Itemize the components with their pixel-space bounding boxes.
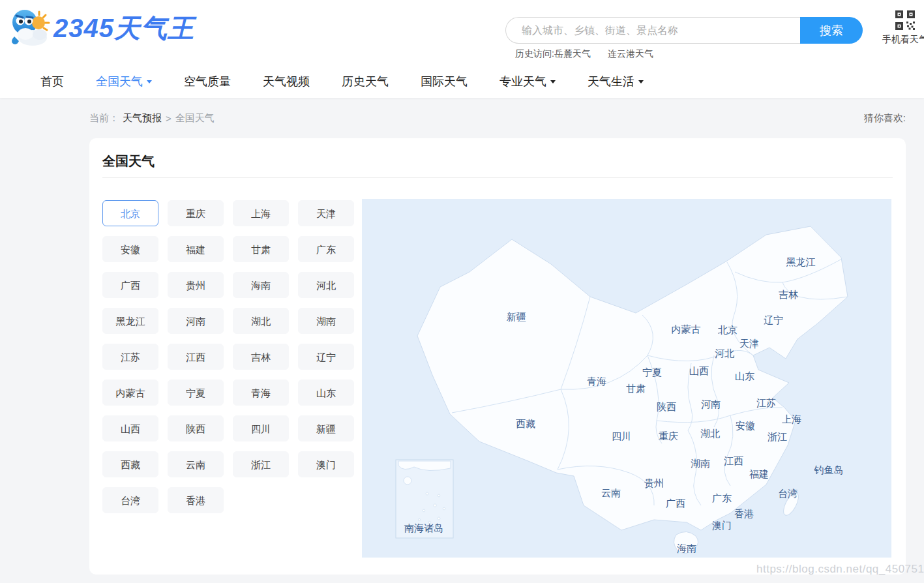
nav-item-pro-weather[interactable]: 专业天气 [499, 74, 556, 89]
province-button[interactable]: 山东 [298, 380, 354, 406]
province-button[interactable]: 台湾 [102, 487, 158, 513]
nav-item-label: 专业天气 [499, 74, 546, 89]
map-label[interactable]: 台湾 [778, 488, 797, 500]
province-button[interactable]: 湖北 [233, 308, 289, 334]
province-button[interactable]: 河南 [168, 308, 224, 334]
province-button[interactable]: 天津 [298, 200, 354, 226]
mascot-weather-icon [9, 7, 51, 50]
province-button[interactable]: 香港 [168, 487, 224, 513]
site-logo[interactable]: 2345天气王 [9, 7, 194, 50]
province-button[interactable]: 湖南 [298, 308, 354, 334]
province-button[interactable]: 青海 [233, 380, 289, 406]
nav-item-history-weather[interactable]: 历史天气 [342, 74, 389, 89]
map-label[interactable]: 山西 [689, 365, 709, 378]
province-button[interactable]: 上海 [233, 200, 289, 226]
nav-item-home[interactable]: 首页 [40, 74, 64, 89]
china-map[interactable]: 新疆西藏青海内蒙古黑龙江吉林辽宁北京天津河北山西山东宁夏甘肃陕西河南江苏上海安徽… [362, 199, 891, 558]
province-button[interactable]: 山西 [102, 415, 158, 441]
nav-item-air-quality[interactable]: 空气质量 [184, 74, 231, 89]
map-label[interactable]: 浙江 [768, 431, 787, 443]
map-label[interactable]: 江苏 [756, 397, 776, 410]
breadcrumb-link-forecast[interactable]: 天气预报 [123, 112, 162, 125]
map-label[interactable]: 江西 [724, 455, 743, 468]
nav-item-label: 全国天气 [96, 74, 143, 89]
nav-item-weather-life[interactable]: 天气生活 [588, 74, 644, 89]
nav-item-intl-weather[interactable]: 国际天气 [421, 74, 468, 89]
map-label[interactable]: 云南 [601, 487, 621, 500]
province-button[interactable]: 云南 [168, 451, 224, 477]
logo-text: 2345天气王 [53, 10, 194, 46]
map-label[interactable]: 黑龙江 [786, 256, 816, 269]
map-label[interactable]: 贵州 [644, 477, 664, 490]
map-label[interactable]: 宁夏 [642, 366, 662, 379]
chevron-down-icon [550, 80, 556, 86]
nav-item-weather-video[interactable]: 天气视频 [263, 74, 310, 89]
map-label[interactable]: 天津 [739, 338, 759, 350]
province-button[interactable]: 宁夏 [168, 380, 224, 406]
mobile-weather-qr[interactable]: 手机看天气 [879, 10, 924, 46]
map-label[interactable]: 湖北 [700, 428, 720, 440]
province-button[interactable]: 辽宁 [298, 344, 354, 370]
province-button[interactable]: 广西 [102, 272, 158, 298]
map-label[interactable]: 湖南 [691, 458, 710, 470]
map-label[interactable]: 内蒙古 [672, 323, 701, 336]
province-button[interactable]: 贵州 [168, 272, 224, 298]
province-button[interactable]: 澳门 [298, 451, 354, 477]
map-label[interactable]: 河北 [715, 348, 734, 360]
province-button[interactable]: 浙江 [233, 451, 289, 477]
china-weather-card: 全国天气 北京重庆上海天津安徽福建甘肃广东广西贵州海南河北黑龙江河南湖北湖南江苏… [89, 138, 906, 575]
province-button[interactable]: 河北 [298, 272, 354, 298]
nav-item-label: 空气质量 [184, 74, 231, 89]
map-label[interactable]: 新疆 [507, 311, 526, 323]
map-label[interactable]: 广东 [712, 492, 732, 505]
nav-item-label: 首页 [40, 74, 64, 89]
map-label[interactable]: 甘肃 [626, 383, 646, 395]
map-label[interactable]: 广西 [666, 498, 685, 510]
map-label[interactable]: 福建 [749, 468, 769, 481]
map-label[interactable]: 南海诸岛 [404, 522, 443, 535]
province-button[interactable]: 陕西 [168, 415, 224, 441]
breadcrumb-row: 当前： 天气预报 > 全国天气 猜你喜欢: [89, 112, 906, 125]
card-divider [102, 177, 893, 178]
map-label[interactable]: 安徽 [736, 420, 755, 432]
map-label[interactable]: 辽宁 [764, 314, 783, 327]
search-input[interactable] [505, 17, 800, 44]
map-label[interactable]: 山东 [735, 370, 754, 383]
province-button[interactable]: 四川 [233, 415, 289, 441]
map-label[interactable]: 香港 [734, 508, 754, 520]
search-button[interactable]: 搜索 [800, 17, 863, 44]
province-button[interactable]: 新疆 [298, 415, 354, 441]
map-label[interactable]: 北京 [718, 324, 738, 336]
province-button[interactable]: 黑龙江 [102, 308, 158, 334]
province-button[interactable]: 吉林 [233, 344, 289, 370]
map-label[interactable]: 海南 [677, 543, 696, 555]
breadcrumb-separator: > [166, 113, 171, 124]
nav-item-china-weather[interactable]: 全国天气 [96, 74, 152, 89]
nav-item-label: 天气生活 [588, 74, 634, 89]
map-label[interactable]: 澳门 [712, 520, 732, 532]
province-button[interactable]: 江苏 [102, 344, 158, 370]
province-button[interactable]: 内蒙古 [102, 380, 158, 406]
map-label[interactable]: 陕西 [657, 401, 676, 413]
province-button[interactable]: 北京 [102, 200, 158, 226]
map-label[interactable]: 钓鱼岛 [814, 464, 844, 477]
province-button[interactable]: 安徽 [102, 236, 158, 262]
map-label[interactable]: 重庆 [659, 430, 678, 443]
province-button[interactable]: 江西 [168, 344, 224, 370]
map-label[interactable]: 上海 [782, 413, 801, 426]
history-link[interactable]: 岳麓天气 [554, 48, 591, 60]
map-label[interactable]: 河南 [701, 398, 721, 411]
province-button[interactable]: 西藏 [102, 451, 158, 477]
province-button[interactable]: 甘肃 [233, 236, 289, 262]
province-button[interactable]: 重庆 [168, 200, 224, 226]
province-button[interactable]: 福建 [168, 236, 224, 262]
map-label[interactable]: 西藏 [516, 418, 535, 430]
history-link[interactable]: 连云港天气 [608, 48, 653, 60]
nav-item-label: 天气视频 [263, 74, 310, 89]
map-label[interactable]: 四川 [612, 430, 631, 443]
breadcrumb-prefix: 当前： [89, 112, 119, 125]
province-button[interactable]: 广东 [298, 236, 354, 262]
map-label[interactable]: 青海 [587, 376, 606, 388]
map-label[interactable]: 吉林 [779, 289, 798, 301]
province-button[interactable]: 海南 [233, 272, 289, 298]
